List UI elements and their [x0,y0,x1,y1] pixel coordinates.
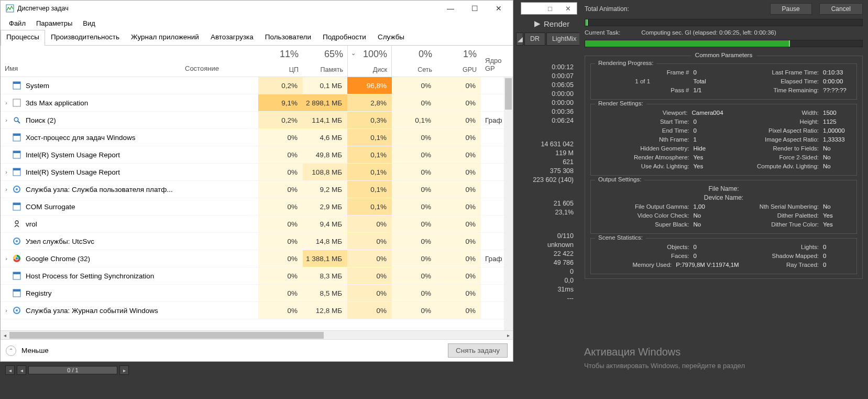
table-row[interactable]: ›3ds Max application9,1%2 898,1 МБ2,8%0%… [1,94,513,112]
tab-lightmix[interactable]: LightMix [546,33,583,46]
svg-point-29 [16,309,18,311]
menu-файл[interactable]: Файл [5,18,30,28]
tab-5[interactable]: Подробности [317,30,372,45]
tab-4[interactable]: Пользователи [259,30,317,45]
column-state[interactable]: Состояние [185,46,258,77]
cpu-cell: 0% [258,233,303,250]
render-settings-group: Render Settings: Viewport:Camera004Width… [590,104,857,176]
cancel-button[interactable]: Cancel [819,3,863,15]
menu-параметры[interactable]: Параметры [32,18,76,28]
output-settings-group: Output Settings: File Name: Device Name:… [590,180,857,234]
process-icon [12,219,21,229]
tab-0[interactable]: Процессы [1,30,45,46]
expand-icon[interactable]: › [1,117,12,123]
table-row[interactable]: ›Служба узла: Журнал событий Windows0%12… [1,302,513,319]
process-icon [12,98,21,107]
stat-value: 0 [521,267,574,276]
column-network[interactable]: 0% Сеть [392,46,436,77]
expand-icon[interactable]: › [1,169,12,175]
tab-dr[interactable]: DR [524,33,545,46]
framebuffer-tabs: ◢ DR LightMix [516,33,583,46]
expand-icon[interactable]: › [1,186,12,192]
timeline-frame[interactable]: 0 / 1 [28,366,117,374]
task-manager-window: Диспетчер задач — ☐ ✕ ФайлПараметрыВид П… [0,0,513,362]
network-cell: 0% [392,302,436,319]
maximize-button[interactable]: ☐ [463,1,487,16]
expand-icon[interactable]: › [1,255,12,262]
tab-1[interactable]: Производительность [45,30,125,45]
column-gpu[interactable]: 1% GPU [436,46,481,77]
stat-value: 0:06:05 [521,81,574,90]
stat-value: 0:00:07 [521,72,574,81]
column-gpu-core[interactable]: Ядро GP [481,46,513,77]
timeline-next-icon[interactable]: ▸ [119,365,129,375]
memory-cell: 8,3 МБ [303,267,347,284]
vertical-scrollbar-thumb[interactable] [505,78,512,110]
table-row[interactable]: Registry0%8,5 МБ0%0%0% [1,285,513,302]
cpu-cell: 0% [258,198,303,215]
svg-rect-10 [13,151,20,153]
process-icon [12,185,21,194]
table-row[interactable]: ›Служба узла: Служба пользователя платф.… [1,181,513,198]
secondary-close-icon[interactable]: ✕ [559,3,577,14]
memory-cell: 0,1 МБ [303,77,347,94]
horizontal-scrollbar-thumb[interactable] [9,332,324,339]
secondary-maximize-icon[interactable]: □ [541,3,559,14]
scroll-right-icon[interactable]: ▸ [504,331,513,340]
tab-3[interactable]: Автозагрузка [205,30,259,45]
table-row[interactable]: ›Google Chrome (32)0%1 388,1 МБ0%0%0%Гра… [1,250,513,267]
stat-value: 0:00:00 [521,90,574,99]
table-row[interactable]: ›Intel(R) System Usage Report0%108,8 МБ0… [1,164,513,181]
process-icon [12,288,21,298]
table-row[interactable]: Intel(R) System Usage Report0%49,8 МБ0,1… [1,146,513,164]
total-animation-label: Total Animation: [585,5,629,13]
end-task-button[interactable]: Снять задачу [448,343,508,358]
tab-6[interactable]: Службы [372,30,410,45]
network-cell: 0% [392,129,436,146]
timeline-prev-icon[interactable]: ◂ [5,365,15,375]
network-cell: 0% [392,198,436,215]
table-row[interactable]: vrol0%9,4 МБ0%0%0% [1,215,513,233]
expand-icon[interactable]: › [1,307,12,314]
play-icon[interactable]: ▶ [534,19,541,28]
gpu-cell: 0% [436,164,481,180]
column-cpu[interactable]: 11% ЦП [258,46,303,77]
horizontal-scrollbar[interactable]: ◂ ▸ [1,330,513,339]
table-row[interactable]: ›Поиск (2)0,2%114,1 МБ0,3%0,1%0%Граф [1,112,513,129]
memory-cell: 114,1 МБ [303,112,347,128]
framebuffer-collapse-icon[interactable]: ◢ [516,33,523,46]
table-row[interactable]: Узел службы: UtcSvc0%14,8 МБ0%0%0% [1,233,513,250]
process-name: COM Surrogate [26,203,75,211]
column-disk[interactable]: ⌄ 100% Диск [347,46,392,77]
pause-button[interactable]: Pause [770,3,812,15]
table-row[interactable]: Host Process for Setting Synchronization… [1,267,513,285]
network-cell: 0% [392,77,436,94]
gpu-cell: 0% [436,94,481,111]
close-button[interactable]: ✕ [487,1,511,16]
memory-cell: 12,8 МБ [303,302,347,319]
gpu-cell: 0% [436,129,481,146]
collapse-details-icon[interactable]: ⌃ [6,346,16,356]
cpu-cell: 9,1% [258,94,303,111]
expand-icon[interactable]: › [1,100,12,106]
timeline-prev2-icon[interactable]: ◂ [17,365,26,375]
table-row[interactable]: System0,2%0,1 МБ96,8%0%0% [1,77,513,94]
column-name[interactable]: Имя [1,46,185,77]
disk-cell: 0,1% [347,129,392,146]
network-cell: 0,1% [392,112,436,128]
stat-value: 0/110 [521,232,574,241]
table-row[interactable]: Хост-процесс для задач Windows0%4,6 МБ0,… [1,129,513,146]
minimize-button[interactable]: — [438,1,463,16]
vertical-scrollbar[interactable] [504,77,513,330]
tab-2[interactable]: Журнал приложений [125,30,205,45]
common-parameters-title: Common Parameters [691,52,756,58]
network-cell: 0% [392,215,436,232]
column-headers: Имя Состояние 11% ЦП 65% Память ⌄ 100% Д… [1,46,513,77]
fewer-details-label[interactable]: Меньше [21,347,443,354]
disk-cell: 2,8% [347,94,392,111]
scroll-left-icon[interactable]: ◂ [1,331,9,340]
column-memory[interactable]: 65% Память [303,46,347,77]
menu-вид[interactable]: Вид [79,18,100,28]
table-row[interactable]: COM Surrogate0%2,9 МБ0,1%0%0% [1,198,513,215]
render-label[interactable]: Render [544,19,569,28]
